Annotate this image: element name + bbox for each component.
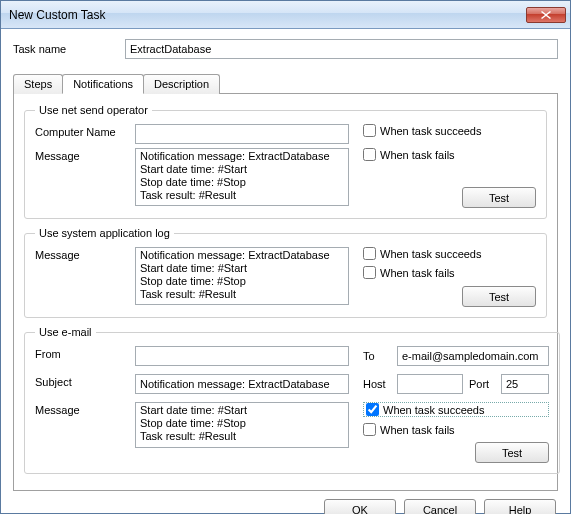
group-syslog: Use system application log Message When … (24, 227, 547, 318)
email-message-input[interactable] (135, 402, 349, 448)
email-host-input[interactable] (397, 374, 463, 394)
netsend-computer-input[interactable] (135, 124, 349, 144)
tab-description[interactable]: Description (143, 74, 220, 94)
email-from-input[interactable] (135, 346, 349, 366)
email-fails-checkbox[interactable]: When task fails (363, 423, 549, 436)
email-port-label: Port (469, 378, 495, 390)
computer-name-label: Computer Name (35, 124, 135, 144)
netsend-fails-checkbox[interactable]: When task fails (363, 148, 536, 161)
netsend-message-input[interactable] (135, 148, 349, 206)
close-button[interactable] (526, 7, 566, 23)
help-button[interactable]: Help (484, 499, 556, 514)
cancel-button[interactable]: Cancel (404, 499, 476, 514)
window-title: New Custom Task (9, 8, 526, 22)
syslog-succeeds-checkbox[interactable]: When task succeeds (363, 247, 536, 260)
syslog-fails-checkbox[interactable]: When task fails (363, 266, 536, 279)
email-subject-label: Subject (35, 374, 135, 398)
group-email-legend: Use e-mail (35, 326, 96, 338)
ok-button[interactable]: OK (324, 499, 396, 514)
email-to-input[interactable] (397, 346, 549, 366)
email-subject-input[interactable] (135, 374, 349, 394)
group-netsend-legend: Use net send operator (35, 104, 152, 116)
syslog-message-input[interactable] (135, 247, 349, 305)
task-name-input[interactable] (125, 39, 558, 59)
tab-steps[interactable]: Steps (13, 74, 63, 94)
titlebar: New Custom Task (1, 1, 570, 29)
group-syslog-legend: Use system application log (35, 227, 174, 239)
close-icon (541, 11, 551, 19)
netsend-message-label: Message (35, 148, 135, 208)
group-email: Use e-mail From To Subject (24, 326, 560, 474)
email-test-button[interactable]: Test (475, 442, 549, 463)
task-name-label: Task name (13, 43, 125, 55)
netsend-test-button[interactable]: Test (462, 187, 536, 208)
group-netsend: Use net send operator Computer Name When… (24, 104, 547, 219)
syslog-test-button[interactable]: Test (462, 286, 536, 307)
netsend-succeeds-checkbox[interactable]: When task succeeds (363, 124, 536, 137)
email-host-label: Host (363, 378, 391, 390)
email-succeeds-checkbox[interactable]: When task succeeds (363, 402, 549, 417)
email-to-label: To (363, 350, 391, 362)
email-message-label: Message (35, 402, 135, 463)
email-from-label: From (35, 346, 135, 370)
email-port-input[interactable] (501, 374, 549, 394)
syslog-message-label: Message (35, 247, 135, 307)
tab-notifications[interactable]: Notifications (62, 74, 144, 94)
